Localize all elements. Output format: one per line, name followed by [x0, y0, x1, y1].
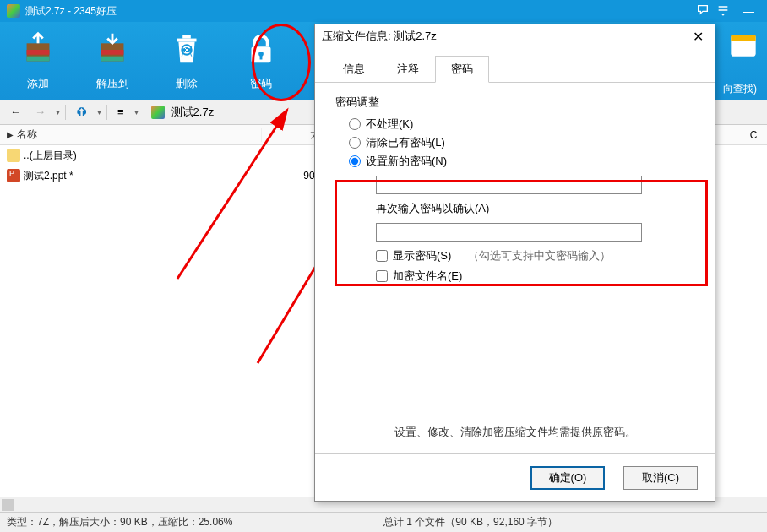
- status-bar: 类型：7Z，解压后大小：90 KB，压缩比：25.06% 总计 1 个文件（90…: [0, 512, 767, 532]
- right-partial-toolbar: 向查找): [720, 22, 767, 100]
- show-password-input[interactable]: [376, 250, 388, 262]
- tab-info[interactable]: 信息: [327, 56, 381, 83]
- dialog-titlebar: 压缩文件信息: 测试2.7z ✕: [315, 24, 715, 48]
- checkbox-encrypt-names[interactable]: 加密文件名(E): [376, 269, 694, 284]
- view-dropdown[interactable]: ▾: [134, 107, 139, 117]
- svg-rect-4: [101, 50, 124, 55]
- add-icon: [15, 27, 61, 73]
- password-label: 密码: [231, 76, 291, 91]
- radio-set[interactable]: 设置新的密码(N): [349, 154, 694, 169]
- radio-keep-input[interactable]: [349, 118, 361, 130]
- up-button[interactable]: ⮉: [71, 104, 92, 120]
- tab-comment[interactable]: 注释: [381, 56, 435, 83]
- svg-rect-1: [27, 50, 50, 55]
- cancel-button[interactable]: 取消(C): [623, 466, 698, 490]
- app-icon: [7, 4, 20, 18]
- find-label-partial: 向查找): [723, 82, 757, 96]
- radio-set-input[interactable]: [349, 155, 361, 167]
- add-label: 添加: [8, 76, 68, 91]
- password-button[interactable]: 密码: [231, 27, 291, 100]
- dialog-footer: 确定(O) 取消(C): [315, 453, 715, 501]
- svg-rect-2: [27, 57, 50, 62]
- checkbox-show-password[interactable]: 显示密码(S) （勾选可支持中文密码输入）: [376, 248, 694, 263]
- back-button[interactable]: ←: [5, 104, 26, 120]
- extract-button[interactable]: 解压到: [83, 27, 142, 100]
- delete-label: 删除: [157, 76, 216, 91]
- encrypt-names-input[interactable]: [376, 270, 388, 282]
- svg-rect-13: [731, 35, 755, 41]
- speech-icon[interactable]: [696, 3, 710, 19]
- dialog-note: 设置、修改、清除加密压缩文件均需提供原密码。: [315, 425, 715, 440]
- password-group-label: 密码调整: [335, 95, 694, 110]
- minimize-button[interactable]: —: [737, 4, 760, 18]
- extract-label: 解压到: [83, 76, 142, 91]
- lock-icon: [238, 27, 284, 73]
- column-name[interactable]: ▶名称: [0, 128, 262, 142]
- archive-icon: [151, 106, 165, 119]
- tab-password[interactable]: 密码: [435, 56, 489, 83]
- password-confirm-input[interactable]: [376, 223, 642, 242]
- status-left: 类型：7Z，解压后大小：90 KB，压缩比：25.06%: [7, 515, 384, 529]
- trash-icon: [164, 27, 209, 73]
- radio-clear[interactable]: 清除已有密码(L): [349, 135, 694, 150]
- dialog-title: 压缩文件信息: 测试2.7z: [322, 29, 688, 44]
- ppt-icon: [7, 169, 20, 182]
- ok-button[interactable]: 确定(O): [530, 466, 605, 490]
- extract-icon: [90, 27, 135, 73]
- password-input[interactable]: [376, 176, 642, 194]
- window-titlebar: 测试2.7z - 2345好压 —: [0, 0, 767, 22]
- archive-info-dialog: 压缩文件信息: 测试2.7z ✕ 信息 注释 密码 密码调整 不处理(K) 清除…: [314, 24, 715, 502]
- svg-rect-6: [177, 39, 197, 42]
- svg-rect-5: [101, 57, 124, 62]
- dialog-body: 密码调整 不处理(K) 清除已有密码(L) 设置新的密码(N) 再次输入密码以确…: [315, 83, 715, 453]
- confirm-label: 再次输入密码以确认(A): [376, 201, 694, 216]
- column-c-partial: C: [740, 125, 767, 145]
- view-button[interactable]: ≡: [112, 104, 129, 120]
- radio-keep[interactable]: 不处理(K): [349, 117, 694, 132]
- radio-clear-input[interactable]: [349, 137, 361, 149]
- path-text: 测试2.7z: [171, 105, 215, 120]
- dialog-tabs: 信息 注释 密码: [315, 48, 715, 83]
- close-button[interactable]: ✕: [688, 29, 708, 45]
- status-right: 总计 1 个文件（90 KB，92,160 字节）: [384, 515, 760, 529]
- delete-button[interactable]: 删除: [157, 27, 216, 100]
- up-dropdown[interactable]: ▾: [97, 107, 101, 117]
- svg-rect-7: [182, 35, 191, 39]
- folder-icon: [7, 149, 20, 162]
- menu-icon[interactable]: [716, 3, 730, 19]
- forward-button[interactable]: →: [30, 104, 51, 120]
- window-title: 测试2.7z - 2345好压: [25, 4, 696, 19]
- history-dropdown[interactable]: ▾: [56, 107, 60, 117]
- svg-rect-11: [260, 55, 263, 60]
- add-button[interactable]: 添加: [8, 27, 68, 100]
